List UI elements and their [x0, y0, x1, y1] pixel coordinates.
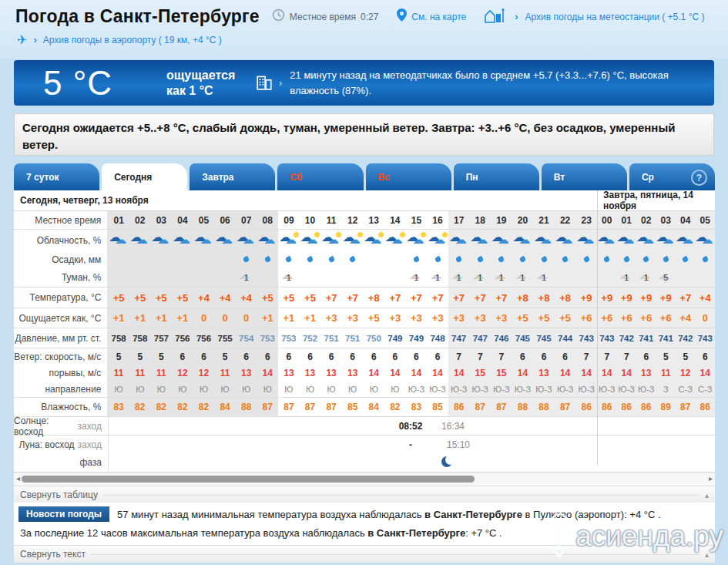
scroll-right-arrow[interactable]: ▸: [709, 474, 713, 483]
scroll-left-arrow[interactable]: ◂: [16, 474, 20, 483]
hum-cell: 85: [342, 398, 364, 416]
hour-value: 04: [680, 215, 690, 226]
wspd-cell: 5: [676, 348, 696, 365]
wgst-cell: 11: [656, 365, 676, 381]
wind-speed-value: 5: [663, 351, 669, 362]
hour-value: 13: [369, 215, 379, 226]
hum-cell: 87: [257, 398, 279, 416]
table-row-hum: Влажность, %8382828282848887878787858482…: [14, 398, 715, 417]
wind-direction-value: Ю-З: [408, 385, 424, 394]
wdir-cell: Ю-З: [427, 381, 448, 397]
sunset-time: 16:34: [430, 421, 476, 432]
wind-gust-value: 13: [326, 368, 336, 378]
collapse-table-row[interactable]: Свернуть таблицу ▴: [14, 486, 715, 503]
tab-sun[interactable]: Вс: [366, 163, 451, 190]
wdir-cell: Ю-З: [512, 381, 534, 397]
tab-mon[interactable]: Пн: [454, 163, 539, 190]
scrollbar-thumb[interactable]: [22, 476, 475, 483]
wind-speed-value: 7: [604, 351, 609, 362]
press-cell: 753: [257, 328, 279, 348]
header-row-2[interactable]: ✈ › Архив погоды в аэропорту ( 19 км, +4…: [17, 32, 222, 47]
fog-icon: ☁1: [428, 271, 447, 284]
hour-value: 20: [518, 215, 528, 226]
wind-gust-value: 14: [518, 368, 528, 378]
table-row-cloud: Облачность, %☁☁☁☁☁☁☁☁☁☁☁☁☁☁☁☁☁☁☁☁☁☁☁☁☁☁☁…: [14, 230, 715, 251]
horizontal-scrollbar[interactable]: ◂ ▸: [14, 473, 715, 486]
hum-cell: 89: [656, 398, 676, 416]
hour-value: 11: [327, 215, 337, 226]
page-header: Погода в Санкт-Петербурге Местное время …: [0, 0, 728, 59]
watermark-text: асиенда.ру: [575, 520, 723, 553]
rain-drop-icon: [562, 256, 569, 264]
cloud-cell: ☁☁: [151, 230, 173, 251]
feels-cell: +5: [555, 308, 576, 328]
map-link-block[interactable]: См. на карте: [397, 8, 466, 25]
rain-cell: [406, 251, 428, 268]
wspd-cell: 6: [342, 348, 364, 365]
wind-gust-value: 12: [680, 368, 690, 378]
table-row-wgst: порывы, м/с11111112121113141313131314141…: [14, 365, 715, 381]
rain-cell: [172, 251, 193, 268]
temperature-value: +9: [601, 292, 612, 304]
pressure-value: 741: [639, 334, 653, 343]
cloud-cell: ☁☁: [636, 230, 656, 251]
press-cell: 758: [129, 328, 151, 348]
tab-today[interactable]: Сегодня: [102, 163, 187, 190]
hour-value: 01: [113, 215, 123, 226]
wind-gust-value: 14: [622, 368, 632, 378]
temperature-value: +7: [347, 292, 358, 304]
collapse-table-label[interactable]: Свернуть таблицу: [20, 489, 98, 500]
temperature-value: +5: [156, 292, 167, 304]
clouds-sun-icon: ☁☁: [385, 233, 405, 247]
fog-icon: ☁1: [637, 271, 656, 284]
wind-gust-value: 14: [390, 368, 400, 378]
clouds-sun-icon: ☁☁: [279, 233, 299, 247]
temp-cell: +7: [469, 288, 491, 308]
tab-7-days[interactable]: 7 суток: [14, 163, 99, 190]
feels-cell: +6: [597, 308, 617, 328]
station-archive-link[interactable]: Архив погоды на метеостанции ( +5.1 °C ): [525, 12, 705, 22]
wgst-cell: 14: [257, 365, 279, 381]
map-link[interactable]: См. на карте: [411, 12, 466, 22]
temp-cell: +5: [172, 288, 193, 308]
airport-archive-link[interactable]: Архив погоды в аэропорту ( 19 км, +4 °C …: [43, 35, 222, 45]
wgst-cell: 14: [406, 365, 428, 381]
temperature-value: +9: [660, 292, 672, 304]
feels-like-value: +4: [679, 312, 691, 324]
temp-cell: +9: [575, 288, 597, 308]
station-link-block[interactable]: › Архив погоды на метеостанции ( +5.1 °C…: [483, 8, 704, 26]
wspd-cell: 5: [214, 348, 236, 365]
row-label-feels: Ощущается как, °C: [14, 308, 107, 328]
wgst-cell: 13: [278, 365, 300, 381]
tab-tomorrow[interactable]: Завтра: [190, 163, 275, 190]
fog-icon: ☁1: [617, 271, 636, 284]
help-icon[interactable]: ?: [691, 170, 707, 186]
wind-direction-value: Ю-З: [429, 385, 445, 394]
temp-cell: +7: [676, 288, 696, 308]
press-cell: 741: [656, 328, 676, 348]
row-label-cloud: Облачность, %: [14, 230, 107, 251]
temp-cell: +5: [129, 288, 151, 308]
wind-direction-value: Ю: [242, 385, 250, 394]
tab-tue[interactable]: Вт: [542, 163, 627, 190]
rain-drop-icon: [642, 256, 650, 264]
fog-cell: [300, 268, 321, 287]
news-badge[interactable]: Новости погоды: [18, 506, 109, 522]
hour-value: 02: [641, 215, 651, 226]
hour-value: 00: [602, 215, 612, 226]
rain-drop-icon: [603, 256, 611, 264]
tab-sat[interactable]: Сб: [277, 163, 363, 190]
wdir-cell: Ю: [129, 381, 151, 397]
temperature-value: +8: [559, 292, 571, 304]
rain-drop-icon: [682, 256, 689, 264]
feels-cell: +5: [533, 308, 555, 328]
rain-cell: [448, 251, 470, 268]
forecast-summary: Сегодня ожидается +5..+8 °C, слабый дожд…: [14, 113, 714, 156]
clouds-icon: ☁☁: [534, 233, 554, 247]
press-cell: 743: [696, 328, 716, 348]
fog-cell: [108, 268, 129, 287]
wind-direction-value: С-З: [679, 385, 693, 394]
wind-direction-value: Ю-З: [515, 385, 531, 394]
cloud-cell: ☁☁: [448, 230, 470, 251]
collapse-text-label[interactable]: Свернуть текст: [20, 549, 86, 560]
